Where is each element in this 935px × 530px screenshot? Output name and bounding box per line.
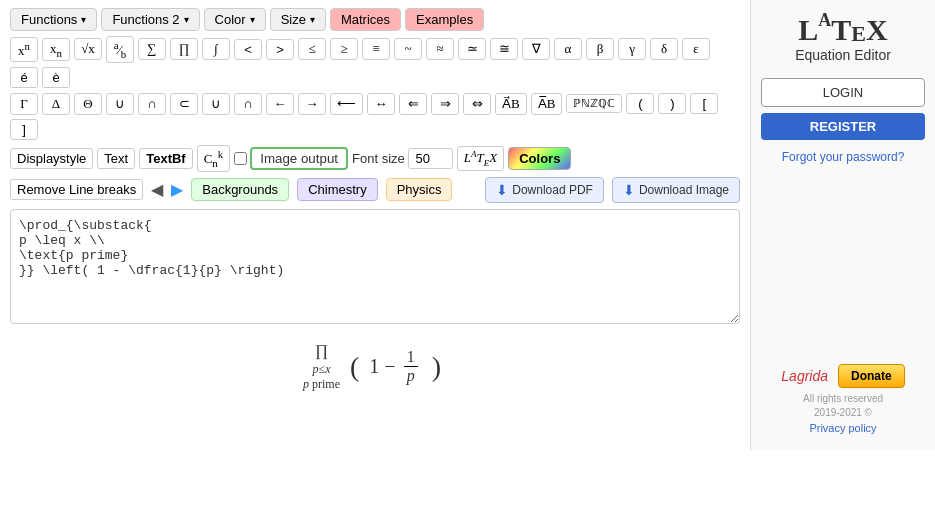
sym-simeq[interactable]: ≃ <box>458 38 486 60</box>
sym-leq[interactable]: ≤ <box>298 38 326 60</box>
sym-Gamma[interactable]: Γ <box>10 93 38 115</box>
colors-btn[interactable]: Colors <box>508 147 571 170</box>
privacy-link[interactable]: Privacy policy <box>809 422 876 434</box>
sym-lparen[interactable]: ( <box>626 93 654 114</box>
sym-approx[interactable]: ≈ <box>426 38 454 60</box>
physics-btn[interactable]: Physics <box>386 178 453 201</box>
sym-int[interactable]: ∫ <box>202 38 230 60</box>
sym-overline[interactable]: A̅B <box>531 93 563 115</box>
sym-sum[interactable]: ∑ <box>138 38 166 60</box>
sym-pnzqc[interactable]: ℙℕℤℚℂ <box>566 94 622 113</box>
color-dropdown[interactable]: Color <box>204 8 266 31</box>
latex-logo: LATEX <box>798 15 887 45</box>
sym-alpha[interactable]: α <box>554 38 582 60</box>
textbf-btn[interactable]: TextBf <box>139 148 192 169</box>
sym-Leftrightarrow[interactable]: ⇔ <box>463 93 491 115</box>
sym-lt[interactable]: < <box>234 39 262 60</box>
sym-egrave[interactable]: è <box>42 67 70 88</box>
displaystyle-btn[interactable]: Displaystyle <box>10 148 93 169</box>
arrow-left-btn[interactable]: ◀ <box>151 180 163 199</box>
functions2-dropdown[interactable]: Functions 2 <box>101 8 199 31</box>
sym-tilde[interactable]: ~ <box>394 38 422 60</box>
arrow-right-btn[interactable]: ▶ <box>171 180 183 199</box>
sym-subset[interactable]: ⊂ <box>170 93 198 115</box>
sym-union[interactable]: ∪ <box>106 93 134 115</box>
sym-cong[interactable]: ≅ <box>490 38 518 60</box>
sym-leftrightarrow[interactable]: ↔ <box>367 93 395 115</box>
forgot-password-link[interactable]: Forgot your password? <box>782 150 905 164</box>
equation-editor[interactable]: \prod_{\substack{ p \leq x \\ \text{p pr… <box>10 209 740 324</box>
functions1-dropdown[interactable]: Functions <box>10 8 97 31</box>
sym-geq[interactable]: ≥ <box>330 38 358 60</box>
latex-btn[interactable]: LATEX <box>457 146 504 171</box>
cn-btn[interactable]: Cnk <box>197 145 231 172</box>
lagrida-link[interactable]: Lagrida <box>781 368 828 384</box>
sym-leftarrow[interactable]: ← <box>266 93 294 115</box>
donate-button[interactable]: Donate <box>838 364 905 388</box>
sym-eacute[interactable]: é <box>10 67 38 88</box>
image-output-btn[interactable]: Image output <box>250 147 348 170</box>
sym-lbracket[interactable]: [ <box>690 93 718 114</box>
sym-rbracket[interactable]: ] <box>10 119 38 140</box>
sym-prod[interactable]: ∏ <box>170 38 198 60</box>
sym-nabla[interactable]: ∇ <box>522 38 550 60</box>
sym-gt[interactable]: > <box>266 39 294 60</box>
remove-line-breaks-btn[interactable]: Remove Line breaks <box>10 179 143 200</box>
sym-vec[interactable]: A⃗B <box>495 93 527 115</box>
sym-rparen[interactable]: ) <box>658 93 686 114</box>
download-pdf-icon: ⬇ <box>496 182 508 198</box>
download-pdf-btn[interactable]: ⬇ Download PDF <box>485 177 604 203</box>
sym-delta[interactable]: δ <box>650 38 678 60</box>
download-image-icon: ⬇ <box>623 182 635 198</box>
math-preview: ∏ p≤x p prime ( 1 − 1 p ) <box>10 327 740 407</box>
sym-union2[interactable]: ∪ <box>202 93 230 115</box>
sym-Delta[interactable]: Δ <box>42 93 70 115</box>
size-dropdown[interactable]: Size <box>270 8 326 31</box>
copyright-text: All rights reserved 2019-2021 © <box>781 392 904 420</box>
sym-longleftarrow[interactable]: ⟵ <box>330 93 363 115</box>
sym-gamma[interactable]: γ <box>618 38 646 60</box>
sym-epsilon[interactable]: ε <box>682 38 710 60</box>
equation-editor-title: Equation Editor <box>795 47 891 63</box>
font-size-input[interactable] <box>408 148 453 169</box>
sym-intersect2[interactable]: ∩ <box>234 93 262 115</box>
chimestry-btn[interactable]: Chimestry <box>297 178 378 201</box>
backgrounds-btn[interactable]: Backgrounds <box>191 178 289 201</box>
sym-Theta[interactable]: Θ <box>74 93 102 115</box>
sym-Leftarrow[interactable]: ⇐ <box>399 93 427 115</box>
sym-intersect[interactable]: ∩ <box>138 93 166 115</box>
sym-frac[interactable]: a⁄b <box>106 36 134 63</box>
sym-sqrt[interactable]: √x <box>74 38 102 60</box>
sym-rightarrow[interactable]: → <box>298 93 326 115</box>
matrices-btn[interactable]: Matrices <box>330 8 401 31</box>
text-btn[interactable]: Text <box>97 148 135 169</box>
sym-equiv[interactable]: ≡ <box>362 38 390 60</box>
image-output-checkbox[interactable] <box>234 152 247 165</box>
sym-Rightarrow[interactable]: ⇒ <box>431 93 459 115</box>
download-image-btn[interactable]: ⬇ Download Image <box>612 177 740 203</box>
login-button[interactable]: LOGIN <box>761 78 925 107</box>
sym-xn[interactable]: xn <box>10 37 38 62</box>
examples-btn[interactable]: Examples <box>405 8 484 31</box>
sym-xsub[interactable]: xn <box>42 38 70 62</box>
sym-beta[interactable]: β <box>586 38 614 60</box>
register-button[interactable]: REGISTER <box>761 113 925 140</box>
font-size-label: Font size <box>352 151 405 166</box>
